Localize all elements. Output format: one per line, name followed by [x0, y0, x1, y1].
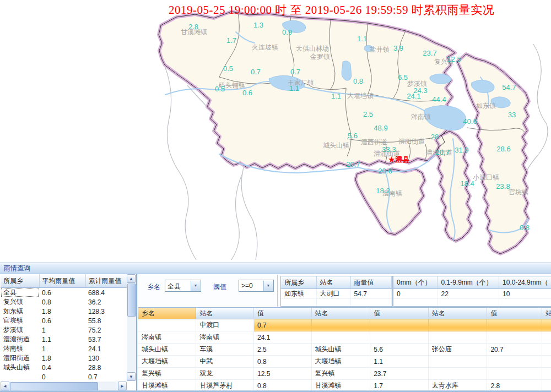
- cell[interactable]: 0.6: [39, 288, 85, 298]
- table-row[interactable]: 大堰垱镇中武0.8大堰垱镇1.1: [138, 356, 551, 368]
- cell[interactable]: 城头山镇: [311, 344, 370, 356]
- cell[interactable]: 大剅口: [316, 289, 350, 299]
- cell[interactable]: [138, 319, 196, 331]
- table-row[interactable]: 00.7: [1, 372, 127, 382]
- table-row[interactable]: 涔南镇124.1: [1, 344, 127, 353]
- cell[interactable]: 36.2: [85, 297, 127, 307]
- table-row[interactable]: 02210: [393, 289, 551, 299]
- cell[interactable]: 0.8: [39, 297, 85, 307]
- scrollbar-thumb[interactable]: [10, 382, 98, 391]
- cell[interactable]: 0: [393, 289, 437, 299]
- horizontal-scrollbar[interactable]: ◄ ►: [1, 382, 127, 391]
- cell[interactable]: 0.7: [85, 372, 127, 382]
- cell[interactable]: [542, 344, 551, 356]
- cell[interactable]: [370, 331, 429, 344]
- vertical-scrollbar[interactable]: ▲ ▼: [127, 274, 136, 381]
- cell[interactable]: 28.8: [85, 363, 127, 372]
- cell[interactable]: 5.6: [370, 344, 429, 356]
- cell[interactable]: [487, 356, 542, 368]
- cell[interactable]: 如东镇: [1, 307, 39, 316]
- column-header[interactable]: 站: [542, 308, 551, 319]
- cell[interactable]: 0.6: [39, 316, 85, 325]
- table-row[interactable]: 澧澹街道1.153.7: [1, 335, 127, 344]
- cell[interactable]: 1.1: [39, 335, 85, 344]
- cell[interactable]: [542, 368, 551, 380]
- cell[interactable]: 双龙: [196, 368, 254, 380]
- scroll-up-icon[interactable]: ▲: [127, 274, 136, 283]
- cell[interactable]: 10: [499, 289, 551, 299]
- scroll-down-icon[interactable]: ▼: [127, 372, 136, 381]
- table-row[interactable]: 城头山镇0.428.8: [1, 363, 127, 372]
- cell[interactable]: 涔南镇: [1, 344, 39, 353]
- cell[interactable]: 0.4: [39, 363, 85, 372]
- table-row[interactable]: 复兴镇0.836.2: [1, 297, 127, 307]
- cell[interactable]: 张公庙: [428, 344, 487, 356]
- cell[interactable]: 23.7: [370, 368, 429, 380]
- cell[interactable]: 130: [85, 353, 127, 363]
- cell[interactable]: 复兴镇: [1, 297, 39, 307]
- cell[interactable]: 54.7: [350, 289, 391, 299]
- column-header[interactable]: 0mm（个）: [393, 276, 437, 289]
- cell[interactable]: [428, 356, 487, 368]
- cell[interactable]: 车溪: [196, 344, 254, 356]
- cell[interactable]: [316, 299, 350, 307]
- column-header[interactable]: 雨量值: [350, 276, 391, 289]
- cell[interactable]: [487, 319, 542, 331]
- cell[interactable]: 涔南镇: [196, 331, 254, 344]
- cell[interactable]: 1.1: [370, 356, 429, 368]
- cell[interactable]: 2.5: [253, 344, 311, 356]
- cell[interactable]: [370, 319, 429, 331]
- cell[interactable]: [428, 319, 487, 331]
- column-header[interactable]: 所属乡: [281, 276, 316, 289]
- table-row[interactable]: [281, 299, 391, 307]
- column-header[interactable]: 站名: [428, 308, 487, 319]
- cell[interactable]: [1, 372, 39, 382]
- table-row[interactable]: 官垸镇0.655.8: [1, 316, 127, 325]
- scroll-left-icon[interactable]: ◄: [1, 382, 9, 390]
- cell[interactable]: 1.8: [39, 307, 85, 316]
- cell[interactable]: 全县: [1, 288, 39, 298]
- column-header[interactable]: 值: [253, 308, 311, 319]
- table-row[interactable]: 城头山镇车溪2.5城头山镇5.6张公庙20.7: [138, 344, 551, 356]
- table-row[interactable]: 澧阳街道1.8130: [1, 353, 127, 363]
- cell[interactable]: 53.7: [85, 335, 127, 344]
- cell[interactable]: [487, 368, 542, 380]
- cell[interactable]: 0: [39, 372, 85, 382]
- table-row[interactable]: [393, 299, 551, 307]
- cell[interactable]: [542, 319, 551, 331]
- cell[interactable]: 澧阳街道: [1, 353, 39, 363]
- table-row[interactable]: 全县0.6688.4: [1, 288, 127, 298]
- cell[interactable]: 1: [39, 325, 85, 335]
- scrollbar-thumb[interactable]: [127, 284, 136, 317]
- cell[interactable]: 城头山镇: [1, 363, 39, 372]
- cell[interactable]: 城头山镇: [138, 344, 196, 356]
- cell[interactable]: [428, 331, 487, 344]
- cell[interactable]: [350, 299, 391, 307]
- cell[interactable]: 复兴镇: [311, 368, 370, 380]
- column-header[interactable]: 站名: [311, 308, 370, 319]
- cell[interactable]: [311, 319, 370, 331]
- cell[interactable]: 大堰垱镇: [138, 356, 196, 368]
- column-header[interactable]: 累计雨量值: [85, 274, 127, 288]
- cell[interactable]: 128.3: [85, 307, 127, 316]
- cell[interactable]: 官垸镇: [1, 316, 39, 325]
- table-row[interactable]: 涔南镇涔南镇24.1: [138, 331, 551, 344]
- table-row[interactable]: 梦溪镇175.2: [1, 325, 127, 335]
- column-header[interactable]: 所属乡: [1, 274, 39, 288]
- cell[interactable]: 24.1: [85, 344, 127, 353]
- cell[interactable]: 20.7: [487, 344, 542, 356]
- cell[interactable]: [487, 331, 542, 344]
- table-row[interactable]: 复兴镇双龙12.5复兴镇23.7: [138, 368, 551, 380]
- cell[interactable]: [437, 299, 499, 307]
- column-header[interactable]: 值: [487, 308, 542, 319]
- cell[interactable]: 涔南镇: [138, 331, 196, 344]
- cell[interactable]: 12.5: [253, 368, 311, 380]
- cell[interactable]: [542, 331, 551, 344]
- cell[interactable]: 中渡口: [196, 319, 254, 331]
- column-header[interactable]: 0.1-9.9mm（个）: [437, 276, 499, 289]
- column-header[interactable]: 乡名: [138, 308, 196, 319]
- cell[interactable]: 澧澹街道: [1, 335, 39, 344]
- cell[interactable]: 复兴镇: [138, 368, 196, 380]
- township-select[interactable]: 全县 ▼: [165, 280, 201, 292]
- cell[interactable]: 0.8: [253, 356, 311, 368]
